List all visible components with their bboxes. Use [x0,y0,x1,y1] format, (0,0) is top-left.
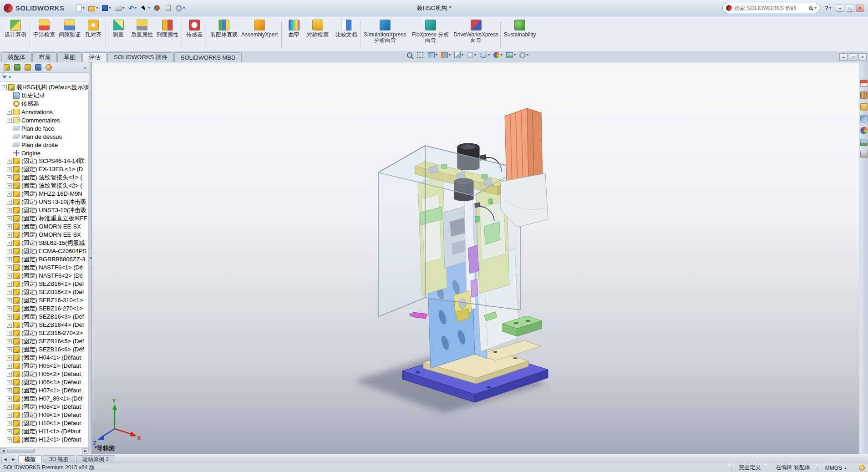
ribbon-button[interactable]: 测量 [107,18,129,51]
quick-access-button[interactable]: ▾ [87,3,99,13]
tree-item[interactable]: + (固定) H05<2> (Défaut [0,370,88,378]
ribbon-button[interactable]: 孔对齐 [82,18,104,51]
task-pane-tab-icon[interactable] [860,80,868,87]
panel-tab[interactable] [44,63,53,72]
tree-item[interactable]: Plan de dessus [0,132,88,141]
tree-expander[interactable]: + [7,175,12,180]
ribbon-button[interactable]: 装配体直观 [208,18,239,51]
tree-expander[interactable]: + [7,388,12,393]
tree-expander[interactable]: + [7,437,12,442]
quick-access-button[interactable]: ▾ [75,3,86,13]
view-tool-button[interactable]: ▾ [506,52,516,58]
tree-item[interactable]: + (固定) SEZB16-270<2> [0,329,88,337]
command-tab[interactable]: 装配体 [1,52,32,62]
tree-expander[interactable]: + [7,339,12,344]
tree-item[interactable]: + (固定) MHZ2-16D-M9N [0,190,88,198]
tree-item[interactable]: + (固定) 标准重直立板IKFE [0,214,88,223]
model-orange-column[interactable] [505,108,543,185]
ribbon-button[interactable]: 干涉检查 [31,18,57,51]
tree-item[interactable]: + (固定) OMORN EE-SX [0,223,88,231]
window-control-button[interactable]: □ [846,5,854,12]
tree-item[interactable]: + (固定) SEZB16<4> (Déf [0,321,88,329]
command-tab[interactable]: SOLIDWORKS 插件 [107,52,174,62]
chevron-down-icon[interactable]: ▼ [8,76,12,79]
tree-expander[interactable] [7,126,12,131]
ribbon-button[interactable]: 设计算例 [3,18,28,51]
tree-expander[interactable]: + [7,249,12,254]
tree-expander[interactable]: + [7,233,12,238]
tree-root-item[interactable]: - 装HSG机构 (Défaut<显示状 [0,83,88,91]
tree-horizontal-scrollbar[interactable]: ◀ ▶ [0,447,89,454]
tree-expander[interactable]: + [7,216,12,221]
tree-expander[interactable] [7,102,12,107]
tree-expander[interactable]: + [7,167,12,172]
units-selector[interactable]: MMGS ▴ [817,465,853,471]
document-window-button[interactable]: □ [849,53,857,61]
ribbon-button[interactable]: 传感器 [183,18,205,51]
task-pane-tab-icon[interactable] [860,127,868,134]
tree-item[interactable]: + (固定) EX-13EB.<1> (D [0,165,88,173]
tree-item[interactable]: + (固定) H11<1> (Défaut [0,427,88,436]
tree-item[interactable]: + (固定) H12<1> (Défaut [0,436,88,444]
tree-item[interactable]: + Annotations [0,108,88,116]
tree-item[interactable]: 历史记录 [0,91,88,100]
tree-expander[interactable]: + [7,429,12,434]
tree-item[interactable]: + (固定) UNST3-10(冲击吸 [0,206,88,214]
search-icon[interactable] [809,6,812,10]
tree-item[interactable]: + Commentaires [0,116,88,124]
tree-expander[interactable]: + [7,159,12,164]
panel-splitter[interactable]: ◀ [89,62,92,454]
ribbon-button[interactable]: 质量属性 [129,18,155,51]
tree-item[interactable]: + (固定) SEZB16<6> (Déf [0,345,88,354]
tree-item[interactable]: Origine [0,149,88,157]
tree-item[interactable]: + (固定) SEBZ16-270<1> [0,305,88,313]
tree-item[interactable]: + (固定) BGRBB6806ZZ-3 [0,255,88,264]
tree-item[interactable]: + (固定) SCPS46-14-14联 [0,157,88,165]
tree-expander[interactable]: + [7,110,12,115]
tree-expander[interactable]: + [7,257,12,262]
scrollbar-thumb[interactable] [7,449,35,453]
command-tab[interactable]: 评估 [82,52,107,62]
tree-item[interactable]: + (固定) H05<1> (Défaut [0,362,88,370]
search-box[interactable]: ▾ [722,3,820,13]
tree-expander[interactable]: + [7,224,12,229]
tree-expander[interactable]: + [7,396,12,401]
tree-item[interactable]: + (固定) H10<1> (Défaut [0,419,88,427]
chevron-down-icon[interactable]: ▾ [815,6,817,10]
ribbon-button[interactable]: AssemblyXpert [239,18,280,51]
tree-expander[interactable]: + [7,192,12,197]
tree-item[interactable]: Plan de face [0,124,88,132]
tree-expander[interactable]: + [7,306,12,311]
tree-expander[interactable]: + [7,323,12,328]
view-tool-button[interactable]: ▾ [493,52,503,58]
tree-expander[interactable]: + [7,208,12,213]
view-tool-button[interactable] [407,52,413,58]
tree-expander[interactable]: + [7,347,12,352]
help-button[interactable]: ? ▾ [822,5,834,11]
ribbon-button[interactable] [281,20,282,48]
tree-item[interactable]: + (固定) 波纹管接头<1> ( [0,173,88,182]
tree-expander[interactable]: + [7,282,12,287]
task-pane-tab-icon[interactable] [860,115,868,122]
tree-expander[interactable]: + [7,364,12,369]
tree-item[interactable]: + (固定) SBL62-15(伺服减 [0,239,88,247]
view-tool-button[interactable]: ▾ [480,53,490,58]
task-pane-tab-icon[interactable] [860,91,868,99]
tree-expander[interactable]: + [7,265,12,270]
task-pane-tab-icon[interactable] [860,151,868,158]
quick-access-button[interactable]: ▾ [113,3,126,13]
scroll-right-icon[interactable]: ▶ [82,448,89,454]
ribbon-button[interactable] [207,20,207,48]
tree-expander[interactable] [7,134,12,139]
view-tool-button[interactable]: ▾ [428,52,437,58]
tree-expander[interactable]: + [7,200,12,205]
ribbon-button[interactable] [182,20,182,48]
command-tab[interactable]: 布局 [32,52,57,62]
tree-item[interactable]: + (固定) H08<1> (Défaut [0,403,88,411]
tree-expander[interactable]: + [7,274,12,279]
quick-access-button[interactable]: ▾ [127,3,138,13]
panel-tab[interactable] [34,63,42,72]
panel-overflow-button[interactable]: » [84,65,86,70]
tree-item[interactable]: + (固定) H07_89<1> (Déf [0,395,88,403]
ribbon-button[interactable]: 比较文档 [334,18,359,51]
